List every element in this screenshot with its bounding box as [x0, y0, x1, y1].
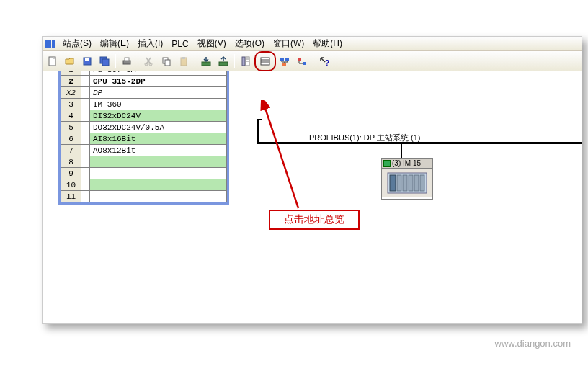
module-name[interactable]: AO8x12Bit	[90, 145, 227, 156]
svg-rect-33	[397, 175, 401, 191]
svg-rect-35	[409, 175, 413, 191]
rack-row[interactable]: 7AO8x12Bit	[61, 145, 227, 156]
rack-gap	[81, 156, 90, 168]
rack-row[interactable]: 8	[61, 156, 227, 168]
toolbar-separator	[234, 54, 235, 68]
slot-index: 11	[61, 191, 81, 202]
highlight-ring	[254, 51, 276, 71]
toolbar-separator	[195, 54, 195, 68]
svg-rect-36	[414, 175, 419, 191]
menu-window[interactable]: 窗口(W)	[269, 36, 308, 51]
toolbar: ?	[43, 51, 582, 71]
menu-station[interactable]: 站点(S)	[58, 36, 96, 51]
save-all-icon[interactable]	[97, 53, 112, 69]
menu-view[interactable]: 视图(V)	[193, 36, 231, 51]
rack-gap	[81, 110, 90, 122]
module-name[interactable]	[90, 156, 227, 168]
slot-index: 4	[61, 110, 81, 122]
catalog-button[interactable]	[238, 53, 254, 69]
slave-image	[382, 169, 432, 197]
menu-options[interactable]: 选项(O)	[231, 36, 269, 51]
network-drop-line	[257, 119, 259, 143]
svg-rect-9	[125, 58, 129, 61]
svg-rect-34	[403, 175, 407, 191]
module-name[interactable]	[90, 168, 227, 179]
svg-line-38	[264, 106, 298, 208]
new-button[interactable]	[45, 53, 61, 69]
rack-row[interactable]: X2DP	[61, 87, 227, 99]
rack-gap	[81, 76, 90, 87]
menubar: 站点(S) 编辑(E) 插入(I) PLC 视图(V) 选项(O) 窗口(W) …	[43, 37, 582, 51]
module-name[interactable]: DP	[90, 87, 227, 99]
save-icon[interactable]	[79, 53, 95, 69]
print-button[interactable]	[119, 53, 135, 69]
cut-button[interactable]	[141, 53, 157, 69]
svg-rect-17	[219, 62, 228, 66]
rack-row[interactable]: 3IM 360	[61, 99, 227, 110]
module-name[interactable]: IM 360	[90, 99, 227, 110]
address-overview-button[interactable]	[257, 53, 273, 69]
rack-row[interactable]: 5DO32xDC24V/0.5A	[61, 122, 227, 133]
svg-rect-7	[102, 59, 109, 66]
svg-rect-22	[261, 58, 270, 65]
download-button[interactable]	[198, 53, 214, 69]
diagnostics-button[interactable]	[294, 53, 310, 69]
svg-rect-15	[182, 57, 185, 59]
toolbar-separator	[115, 54, 116, 68]
menu-help[interactable]: 帮助(H)	[308, 36, 347, 51]
svg-rect-1	[48, 40, 51, 48]
slave-name: IM 15	[403, 159, 421, 167]
svg-rect-18	[242, 57, 245, 66]
svg-rect-32	[390, 175, 396, 191]
module-name[interactable]: AI8x16Bit	[90, 133, 227, 145]
rack-row[interactable]: 9	[61, 168, 227, 179]
svg-rect-25	[280, 58, 284, 61]
network-config-button[interactable]	[277, 53, 293, 69]
rack-row[interactable]: 2CPU 315-2DP	[61, 76, 227, 87]
menu-plc[interactable]: PLC	[167, 37, 192, 50]
menu-insert[interactable]: 插入(I)	[133, 36, 167, 51]
module-name[interactable]: DO32xDC24V/0.5A	[90, 122, 227, 133]
rack-row[interactable]: 4DI32xDC24V	[61, 110, 227, 122]
copy-button[interactable]	[159, 53, 174, 69]
rack-gap	[81, 168, 90, 179]
help-button[interactable]: ?	[316, 53, 332, 69]
annotation-callout: 点击地址总览	[269, 210, 360, 230]
svg-rect-13	[165, 60, 170, 66]
module-name[interactable]: CPU 315-2DP	[90, 76, 227, 87]
rack-gap	[81, 145, 90, 156]
slave-drop-line	[401, 142, 402, 159]
rack-table: 1PS 307 5A2CPU 315-2DPX2DP3IM 3604DI32xD…	[61, 71, 227, 202]
slave-header: (3) IM 15	[382, 159, 432, 169]
dp-slave-node[interactable]: (3) IM 15	[381, 158, 433, 200]
svg-rect-2	[52, 40, 55, 48]
svg-rect-16	[202, 62, 210, 66]
callout-arrow	[259, 100, 316, 215]
rack-gap	[81, 122, 90, 133]
module-name[interactable]: DI32xDC24V	[90, 110, 227, 122]
paste-button[interactable]	[176, 53, 192, 69]
menu-edit[interactable]: 编辑(E)	[96, 36, 133, 51]
module-name[interactable]	[90, 179, 227, 191]
rack-row[interactable]: 11	[61, 191, 227, 202]
rack-gap	[81, 133, 90, 145]
svg-rect-26	[285, 58, 289, 61]
rack-row[interactable]: 10	[61, 179, 227, 191]
rack-row[interactable]: 6AI8x16Bit	[61, 133, 227, 145]
bus-icon	[383, 160, 391, 167]
rack-gap	[81, 179, 90, 191]
slot-index: 10	[61, 179, 81, 191]
svg-text:?: ?	[325, 59, 329, 67]
slot-index: 6	[61, 133, 81, 145]
app-icon	[44, 38, 55, 50]
watermark: www.diangon.com	[495, 338, 571, 349]
module-name[interactable]	[90, 191, 227, 202]
svg-rect-29	[303, 62, 306, 65]
open-button[interactable]	[62, 53, 78, 69]
toolbar-separator	[313, 54, 313, 68]
slot-index: 8	[61, 156, 81, 168]
svg-rect-0	[45, 40, 48, 48]
toolbar-separator	[138, 54, 138, 68]
rack-window[interactable]: 1PS 307 5A2CPU 315-2DPX2DP3IM 3604DI32xD…	[58, 71, 229, 205]
upload-button[interactable]	[215, 53, 231, 69]
